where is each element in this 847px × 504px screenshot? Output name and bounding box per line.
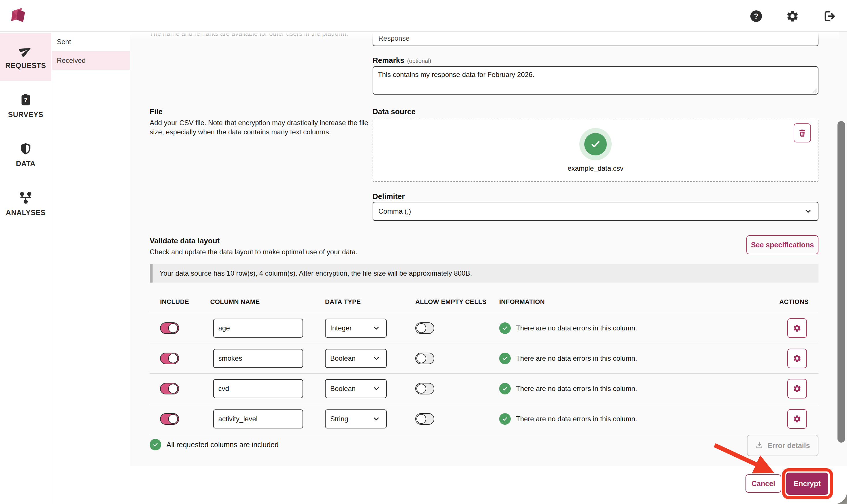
- gear-icon: [793, 384, 801, 393]
- success-halo: [579, 128, 612, 160]
- col-header-actions: ACTIONS: [747, 298, 818, 306]
- table-header-row: INCLUDE COLUMN NAME DATA TYPE ALLOW EMPT…: [150, 291, 818, 313]
- gear-icon: [793, 354, 801, 363]
- sub-item-label: Sent: [57, 38, 71, 46]
- topbar-actions: [750, 10, 835, 23]
- data-type-select[interactable]: String: [325, 410, 387, 429]
- allow-empty-toggle[interactable]: [415, 383, 434, 394]
- name-input[interactable]: [373, 32, 818, 46]
- vertical-scrollbar[interactable]: [837, 121, 845, 443]
- column-info-text: There are no data errors in this column.: [516, 385, 637, 393]
- data-type-value: Boolean: [330, 354, 356, 362]
- toggle-knob: [168, 384, 178, 394]
- gear-icon: [786, 10, 799, 23]
- column-name-input[interactable]: [213, 319, 303, 338]
- toggle-knob: [168, 414, 178, 424]
- success-check-icon: [499, 322, 511, 334]
- see-specifications-button[interactable]: See specifications: [746, 235, 818, 254]
- data-source-label: Data source: [373, 107, 416, 116]
- data-type-select[interactable]: Boolean: [325, 349, 387, 368]
- main-content: The name and remarks are available for o…: [130, 32, 847, 466]
- column-settings-button[interactable]: [787, 409, 807, 429]
- data-type-value: String: [330, 415, 348, 423]
- column-validation-table: INCLUDE COLUMN NAME DATA TYPE ALLOW EMPT…: [150, 291, 818, 434]
- sidebar-item-surveys[interactable]: SURVEYS: [0, 82, 51, 130]
- validate-description: Check and update the data layout to make…: [150, 247, 467, 257]
- trash-icon: [798, 129, 807, 137]
- footer-bar: Cancel Encrypt: [130, 466, 847, 504]
- toggle-knob: [416, 384, 426, 394]
- column-settings-button[interactable]: [787, 318, 807, 338]
- all-included-text: All requested columns are included: [166, 440, 278, 449]
- help-icon: [750, 10, 763, 23]
- include-toggle[interactable]: [160, 383, 179, 394]
- allow-empty-toggle[interactable]: [415, 353, 434, 364]
- include-toggle[interactable]: [160, 413, 179, 425]
- chevron-down-icon: [372, 354, 380, 362]
- encrypt-button[interactable]: Encrypt: [786, 472, 828, 495]
- remarks-textarea[interactable]: This contains my response data for Febru…: [373, 66, 818, 94]
- allow-empty-toggle[interactable]: [415, 413, 434, 425]
- validate-title: Validate data layout: [150, 236, 220, 245]
- toggle-knob: [168, 354, 178, 363]
- chevron-down-icon: [804, 207, 812, 215]
- paper-plane-icon: [19, 44, 32, 57]
- app-logo-icon[interactable]: [9, 6, 28, 25]
- success-check-icon: [499, 353, 511, 364]
- settings-button[interactable]: [786, 10, 799, 23]
- toggle-knob: [168, 323, 178, 333]
- file-section-description: Add your CSV file. Note that encryption …: [150, 118, 380, 137]
- col-header-data-type: DATA TYPE: [325, 298, 415, 306]
- col-header-information: INFORMATION: [499, 298, 747, 306]
- intro-note: The name and remarks are available for o…: [150, 32, 375, 38]
- file-section-title: File: [150, 107, 163, 116]
- sidebar-item-analyses[interactable]: ANALYSES: [0, 180, 51, 228]
- data-type-value: Boolean: [330, 385, 356, 393]
- sidebar-item-data[interactable]: DATA: [0, 131, 51, 179]
- sidebar-item-received[interactable]: Received: [52, 51, 130, 70]
- column-name-input[interactable]: [213, 379, 303, 398]
- remove-file-button[interactable]: [794, 123, 811, 142]
- sign-out-button[interactable]: [822, 10, 835, 23]
- table-row: Integer There are no data errors in this…: [150, 313, 818, 343]
- sign-out-icon: [822, 10, 835, 23]
- column-info-text: There are no data errors in this column.: [516, 415, 637, 423]
- delimiter-value: Comma (,): [378, 207, 411, 215]
- cancel-button[interactable]: Cancel: [745, 474, 781, 493]
- error-details-label: Error details: [768, 442, 810, 450]
- column-name-input[interactable]: [213, 349, 303, 368]
- primary-sidebar: REQUESTS SURVEYS DATA ANALYSES: [0, 32, 51, 504]
- delimiter-label: Delimiter: [373, 192, 404, 201]
- secondary-sidebar: Sent Received: [52, 32, 130, 504]
- toggle-knob: [416, 414, 426, 424]
- download-icon: [755, 442, 763, 450]
- success-check-icon: [499, 383, 511, 394]
- hierarchy-icon: [19, 191, 32, 204]
- column-name-input[interactable]: [213, 410, 303, 429]
- success-check-icon: [150, 439, 161, 450]
- error-details-button[interactable]: Error details: [747, 435, 818, 456]
- success-check-icon: [499, 413, 511, 425]
- column-settings-button[interactable]: [787, 348, 807, 368]
- chevron-down-icon: [372, 385, 380, 393]
- chevron-down-icon: [372, 324, 380, 332]
- file-dropzone[interactable]: example_data.csv: [373, 119, 818, 182]
- table-row: Boolean There are no data errors in this…: [150, 343, 818, 373]
- col-header-allow-empty: ALLOW EMPTY CELLS: [415, 298, 499, 306]
- include-toggle[interactable]: [160, 353, 179, 364]
- include-toggle[interactable]: [160, 322, 179, 334]
- toggle-knob: [416, 323, 426, 333]
- data-summary-banner: Your data source has 10 row(s), 4 column…: [150, 264, 818, 283]
- column-settings-button[interactable]: [787, 379, 807, 398]
- data-type-select[interactable]: Boolean: [325, 379, 387, 398]
- help-button[interactable]: [750, 10, 763, 23]
- optional-hint: (optional): [407, 58, 431, 64]
- data-summary-text: Your data source has 10 row(s), 4 column…: [160, 269, 472, 277]
- sidebar-item-requests[interactable]: REQUESTS: [0, 33, 51, 81]
- column-info-text: There are no data errors in this column.: [516, 354, 637, 362]
- delimiter-select[interactable]: Comma (,): [373, 202, 818, 221]
- allow-empty-toggle[interactable]: [415, 322, 434, 334]
- sidebar-item-sent[interactable]: Sent: [52, 32, 130, 51]
- all-columns-included-note: All requested columns are included: [150, 439, 278, 450]
- data-type-select[interactable]: Integer: [325, 319, 387, 338]
